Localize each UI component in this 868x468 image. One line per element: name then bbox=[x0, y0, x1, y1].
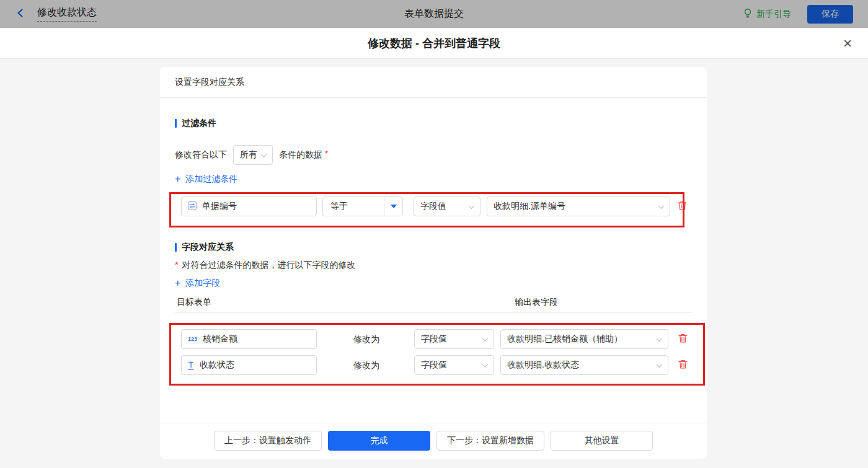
mapping-field-input[interactable]: T 收款状态 bbox=[181, 355, 317, 375]
prev-step-button[interactable]: 上一步：设置触发动作 bbox=[214, 431, 322, 451]
dialog-body: 设置字段对应关系 过滤条件 修改符合以下 所有 条件的数据 * + 添加过滤条件 bbox=[0, 59, 868, 468]
mapping-value-type-select[interactable]: 字段值 bbox=[414, 329, 494, 349]
filter-operator-select[interactable]: 等于 bbox=[322, 196, 403, 216]
filter-match-row: 修改符合以下 所有 条件的数据 * bbox=[175, 145, 328, 165]
done-button[interactable]: 完成 bbox=[328, 431, 430, 451]
text-field-icon: T bbox=[188, 361, 194, 370]
add-filter-condition-link[interactable]: + 添加过滤条件 bbox=[175, 174, 237, 185]
filter-value-select[interactable]: 收款明细.源单编号 bbox=[487, 196, 670, 216]
footer-divider bbox=[160, 423, 707, 423]
modify-to-label: 修改为 bbox=[353, 329, 379, 349]
chevron-down-icon bbox=[658, 203, 665, 209]
chevron-down-icon bbox=[657, 335, 663, 342]
filter-value-type-select[interactable]: 字段值 bbox=[414, 196, 480, 216]
filter-section-title: 过滤条件 bbox=[175, 118, 216, 129]
trash-icon bbox=[677, 200, 688, 213]
next-step-button[interactable]: 下一步：设置新增数据 bbox=[436, 431, 544, 451]
other-settings-button[interactable]: 其他设置 bbox=[551, 431, 653, 451]
chevron-down-icon bbox=[657, 361, 663, 368]
column-divider bbox=[175, 312, 692, 313]
footer-buttons: 上一步：设置触发动作 完成 下一步：设置新增数据 其他设置 bbox=[160, 431, 707, 451]
delete-mapping-row-button[interactable] bbox=[677, 333, 688, 345]
chevron-down-icon bbox=[469, 203, 475, 209]
required-asterisk: * bbox=[175, 260, 178, 270]
filter-field-input[interactable]: 单据编号 bbox=[181, 196, 317, 216]
mapping-value-select[interactable]: 收款明细.收款状态 bbox=[500, 355, 668, 375]
trash-icon bbox=[678, 359, 688, 372]
card-header: 设置字段对应关系 bbox=[160, 67, 707, 98]
caret-down-icon bbox=[391, 205, 397, 208]
settings-card: 设置字段对应关系 过滤条件 修改符合以下 所有 条件的数据 * + 添加过滤条件 bbox=[160, 67, 707, 459]
delete-filter-row-button[interactable] bbox=[676, 201, 688, 212]
number-field-icon: 123 bbox=[188, 336, 197, 342]
operator-caret-segment[interactable] bbox=[384, 197, 402, 216]
topbar: 修改收款状态 表单数据提交 新手引导 保存 bbox=[0, 0, 868, 28]
match-mode-select[interactable]: 所有 bbox=[233, 145, 273, 165]
add-field-link[interactable]: + 添加字段 bbox=[175, 278, 220, 289]
mapping-field-input[interactable]: 123 核销金额 bbox=[181, 329, 317, 349]
required-asterisk: * bbox=[325, 149, 328, 158]
section-accent-bar bbox=[175, 243, 177, 252]
delete-mapping-row-button[interactable] bbox=[677, 360, 688, 371]
target-form-column-header: 目标表单 bbox=[177, 297, 211, 308]
match-suffix-label: 条件的数据 * bbox=[279, 149, 328, 161]
chevron-down-icon bbox=[482, 361, 489, 368]
mapping-section-title: 字段对应关系 bbox=[175, 242, 234, 253]
mapping-value-select[interactable]: 收款明细.已核销金额（辅助） bbox=[500, 329, 668, 349]
screen: 修改收款状态 表单数据提交 新手引导 保存 修改数据 - 合并到普通字段 × 设… bbox=[0, 0, 868, 468]
mapping-description: * 对符合过滤条件的数据，进行以下字段的修改 bbox=[175, 260, 355, 271]
close-icon[interactable]: × bbox=[843, 36, 852, 51]
plus-icon: + bbox=[175, 278, 180, 288]
output-field-column-header: 输出表字段 bbox=[515, 297, 558, 308]
dialog-header: 修改数据 - 合并到普通字段 × bbox=[0, 28, 868, 59]
chevron-down-icon bbox=[482, 335, 489, 342]
plus-icon: + bbox=[175, 174, 180, 184]
mapping-value-type-select[interactable]: 字段值 bbox=[414, 355, 494, 375]
chevron-down-icon bbox=[261, 151, 267, 157]
dialog-title: 修改数据 - 合并到普通字段 bbox=[368, 36, 500, 51]
modal-dim-overlay bbox=[0, 0, 868, 28]
match-prefix-label: 修改符合以下 bbox=[175, 149, 227, 161]
trash-icon bbox=[678, 333, 688, 346]
serial-number-icon bbox=[188, 201, 197, 212]
modify-to-label: 修改为 bbox=[353, 355, 379, 375]
section-accent-bar bbox=[175, 119, 177, 128]
